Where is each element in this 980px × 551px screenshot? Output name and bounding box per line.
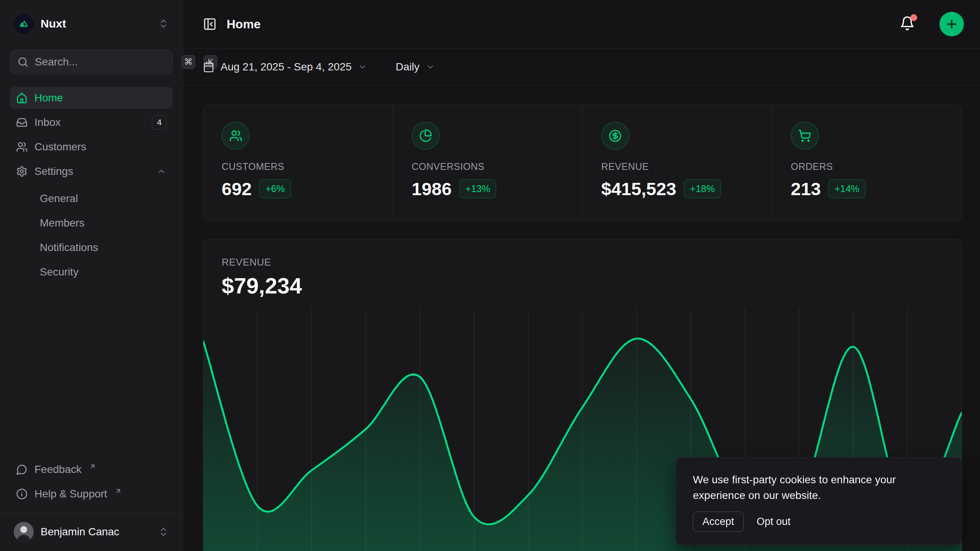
external-link-icon xyxy=(115,487,122,494)
stat-delta-badge: +13% xyxy=(459,179,497,198)
user-name: Benjamin Canac xyxy=(41,526,151,538)
sidebar-item-label: Inbox xyxy=(34,116,61,129)
page-title: Home xyxy=(227,17,890,31)
chevron-down-icon xyxy=(358,62,367,72)
sidebar-item-inbox[interactable]: Inbox 4 xyxy=(10,111,173,133)
workspace-switcher[interactable]: Nuxt xyxy=(10,11,173,36)
stat-value: 213 xyxy=(791,178,821,199)
cookie-banner: We use first-party cookies to enhance yo… xyxy=(676,457,962,545)
notifications-button[interactable] xyxy=(900,16,915,33)
sidebar-item-customers[interactable]: Customers xyxy=(10,136,173,158)
stat-delta-badge: +6% xyxy=(259,179,291,198)
sidebar-subitem-label: Security xyxy=(40,266,78,278)
stat-label: ORDERS xyxy=(791,161,943,172)
sidebar-item-settings[interactable]: Settings xyxy=(10,160,173,182)
dollar-circle-icon xyxy=(601,122,629,150)
search-bar[interactable]: ⌘ K xyxy=(10,50,173,74)
external-link-icon xyxy=(89,463,96,470)
cart-icon xyxy=(791,122,819,150)
collapse-sidebar-icon[interactable] xyxy=(203,17,217,31)
sidebar-subitem-label: Members xyxy=(40,217,85,229)
info-icon xyxy=(16,488,28,500)
feedback-label: Feedback xyxy=(34,463,82,476)
add-button[interactable] xyxy=(939,12,964,36)
stat-value: 692 xyxy=(222,178,252,199)
sidebar-nav: Home Inbox 4 C xyxy=(10,87,173,283)
revenue-chart-header: REVENUE $79,234 xyxy=(203,240,962,298)
stat-label: CUSTOMERS xyxy=(222,161,374,172)
chevron-up-icon xyxy=(157,166,167,176)
help-support-label: Help & Support xyxy=(34,488,107,500)
inbox-icon xyxy=(16,117,28,128)
sidebar-item-label: Home xyxy=(34,92,63,104)
message-circle-icon xyxy=(16,464,28,475)
chevron-down-icon xyxy=(426,62,435,72)
stat-orders[interactable]: ORDERS 213 +14% xyxy=(772,105,962,221)
sidebar-item-notifications[interactable]: Notifications xyxy=(10,236,173,258)
stat-conversions[interactable]: CONVERSIONS 1986 +13% xyxy=(393,105,582,221)
stat-delta-badge: +18% xyxy=(684,179,721,198)
chevrons-up-down-icon xyxy=(158,18,169,29)
users-icon xyxy=(222,122,250,150)
sidebar-item-label: Settings xyxy=(34,165,73,178)
page-header: Home xyxy=(183,0,980,49)
filters-toolbar: Aug 21, 2025 - Sep 4, 2025 Daily xyxy=(183,49,980,86)
nuxt-logo-icon xyxy=(14,14,34,34)
revenue-chart-value: $79,234 xyxy=(222,273,943,298)
date-range-picker[interactable]: Aug 21, 2025 - Sep 4, 2025 xyxy=(203,61,367,73)
sidebar-subitem-label: Notifications xyxy=(40,241,98,254)
sidebar-subitem-label: General xyxy=(40,192,78,205)
user-menu[interactable]: Benjamin Canac xyxy=(10,520,173,544)
sidebar-item-members[interactable]: Members xyxy=(10,212,173,234)
feedback-link[interactable]: Feedback xyxy=(10,458,173,480)
notification-dot xyxy=(910,14,917,21)
stats-row: CUSTOMERS 692 +6% CONVERSIONS xyxy=(203,104,962,221)
revenue-chart-label: REVENUE xyxy=(222,256,943,268)
cookie-message: We use first-party cookies to enhance yo… xyxy=(693,472,945,503)
stat-value: 1986 xyxy=(412,178,452,199)
inbox-count-badge: 4 xyxy=(152,115,167,130)
stat-label: REVENUE xyxy=(601,161,754,172)
search-input[interactable] xyxy=(35,56,173,68)
stat-label: CONVERSIONS xyxy=(412,161,564,172)
cookie-actions: Accept Opt out xyxy=(693,512,945,532)
gear-icon xyxy=(16,166,28,177)
stat-delta-badge: +14% xyxy=(828,179,866,198)
sidebar: Nuxt ⌘ K xyxy=(0,0,183,551)
accept-cookies-button[interactable]: Accept xyxy=(693,512,744,532)
chevrons-up-down-icon xyxy=(158,527,169,537)
sidebar-item-home[interactable]: Home xyxy=(10,87,173,109)
sidebar-footer: Feedback Help & Support xyxy=(10,458,173,510)
settings-children: General Members Notifications Security xyxy=(10,187,173,283)
users-icon xyxy=(16,141,28,153)
help-support-link[interactable]: Help & Support xyxy=(10,483,173,505)
search-icon xyxy=(17,56,29,68)
avatar xyxy=(14,522,34,542)
period-select[interactable]: Daily xyxy=(396,61,435,73)
stat-customers[interactable]: CUSTOMERS 692 +6% xyxy=(203,105,393,221)
pie-chart-icon xyxy=(412,122,439,150)
stat-revenue[interactable]: REVENUE $415,523 +18% xyxy=(583,105,772,221)
user-block: Benjamin Canac xyxy=(0,513,183,551)
calendar-icon xyxy=(203,61,214,73)
date-range-label: Aug 21, 2025 - Sep 4, 2025 xyxy=(220,61,352,73)
sidebar-item-general[interactable]: General xyxy=(10,187,173,209)
sidebar-item-label: Customers xyxy=(34,141,86,153)
period-label: Daily xyxy=(396,61,420,73)
home-icon xyxy=(16,92,28,104)
stat-value: $415,523 xyxy=(601,178,676,199)
sidebar-item-security[interactable]: Security xyxy=(10,261,173,283)
workspace-name: Nuxt xyxy=(41,17,151,30)
optout-cookies-button[interactable]: Opt out xyxy=(755,512,792,531)
